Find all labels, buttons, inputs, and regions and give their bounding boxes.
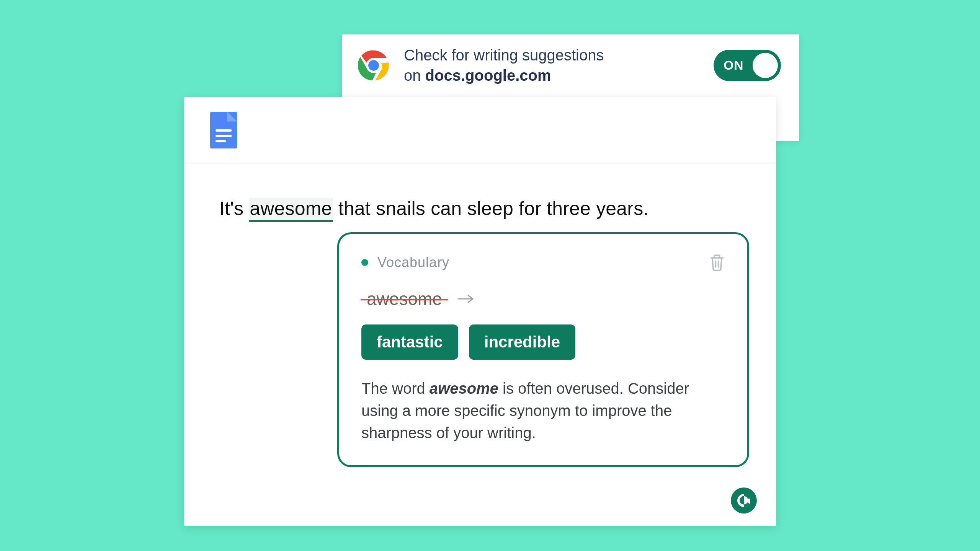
replacement-pill[interactable]: fantastic — [361, 324, 458, 360]
toggle-label: ON — [724, 58, 743, 73]
grammarly-g-icon — [735, 492, 752, 509]
doc-body: It's awesome that snails can sleep for t… — [184, 163, 776, 526]
flagged-word[interactable]: awesome — [249, 198, 333, 222]
extension-line1: Check for writing suggestions — [404, 47, 604, 64]
chrome-icon — [358, 50, 389, 81]
suggestion-card: Vocabulary awesome fantastic incredible … — [337, 232, 749, 467]
document-sentence[interactable]: It's awesome that snails can sleep for t… — [219, 196, 741, 221]
suggestions-toggle[interactable]: ON — [714, 50, 781, 81]
grammarly-badge[interactable] — [731, 487, 757, 514]
strike-row: awesome — [361, 289, 725, 309]
arrow-right-icon — [457, 293, 474, 305]
extension-popup-inner: Check for writing suggestions on docs.go… — [342, 34, 799, 86]
sentence-after: that snails can sleep for three years. — [333, 198, 649, 219]
extension-line2-prefix: on — [404, 67, 425, 84]
toggle-knob — [753, 53, 778, 78]
extension-domain: docs.google.com — [425, 67, 551, 84]
doc-window: It's awesome that snails can sleep for t… — [184, 97, 776, 526]
strike-word: awesome — [363, 289, 446, 309]
replacement-pills: fantastic incredible — [361, 324, 725, 360]
sentence-before: It's — [219, 198, 249, 219]
explanation-keyword: awesome — [430, 380, 498, 397]
google-docs-icon — [210, 112, 237, 148]
tag-dot-icon — [361, 259, 368, 266]
svg-point-2 — [368, 60, 379, 71]
replacement-pill[interactable]: incredible — [469, 324, 575, 360]
card-header: Vocabulary — [361, 253, 725, 272]
suggestion-tag: Vocabulary — [377, 254, 449, 271]
explanation-text: The word awesome is often overused. Cons… — [361, 377, 706, 444]
doc-toolbar — [184, 97, 776, 163]
extension-text: Check for writing suggestions on docs.go… — [404, 45, 699, 86]
trash-icon[interactable] — [709, 253, 725, 272]
